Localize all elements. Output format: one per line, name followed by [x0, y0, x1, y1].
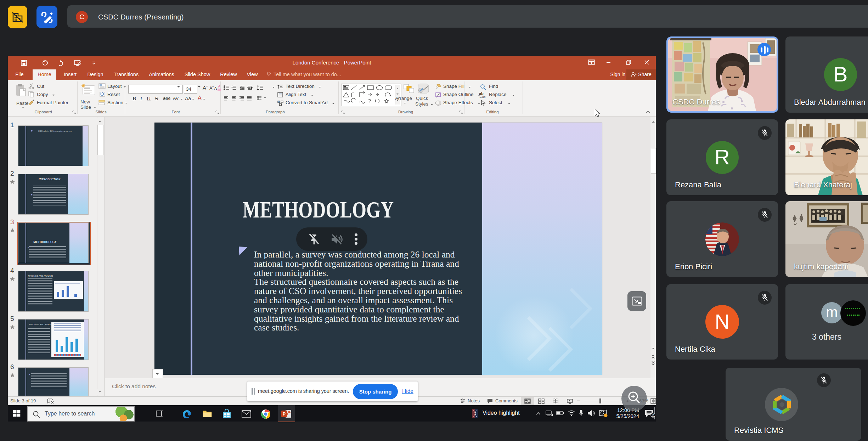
svg-text:A: A — [214, 86, 218, 91]
svg-text:P: P — [283, 412, 286, 417]
svg-text:2: 2 — [652, 413, 654, 417]
svg-text:→ac: →ac — [479, 95, 486, 98]
